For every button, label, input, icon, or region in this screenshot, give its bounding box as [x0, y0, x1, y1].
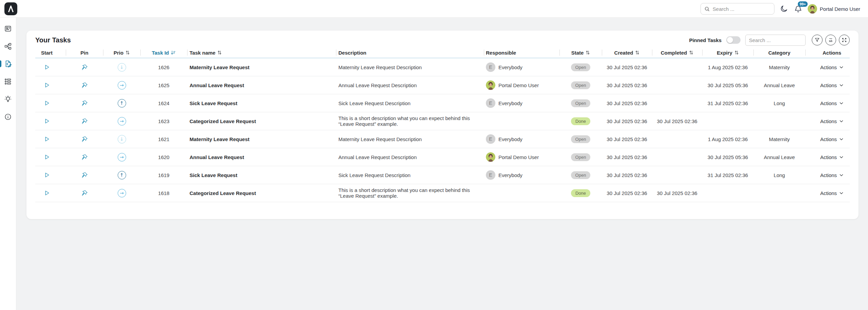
task-search-input[interactable]: [749, 37, 802, 43]
actions-button[interactable]: Actions: [820, 118, 844, 124]
task-id-cell: 1625: [140, 76, 187, 94]
expiry-cell: 31 Jul 2025 02:36: [702, 94, 753, 112]
task-id-cell: 1623: [140, 112, 187, 130]
task-description-cell: Maternity Leave Request Description: [336, 58, 484, 76]
start-task-button[interactable]: [43, 171, 51, 179]
sort-icon: [125, 50, 130, 55]
column-header-task_id[interactable]: Task Id: [140, 47, 187, 58]
start-task-button[interactable]: [43, 99, 51, 107]
start-task-button[interactable]: [43, 153, 51, 161]
task-description-cell: Sick Leave Request Description: [336, 166, 484, 184]
actions-label: Actions: [820, 172, 837, 178]
start-cell: [35, 148, 66, 166]
state-badge: Open: [571, 63, 591, 71]
group-avatar: E: [486, 170, 495, 180]
table-body: ↓1626Maternity Leave RequestMaternity Le…: [35, 58, 850, 202]
actions-button[interactable]: Actions: [820, 190, 844, 196]
column-header-created[interactable]: Created: [602, 47, 652, 58]
start-cell: [35, 184, 66, 202]
responsible-cell: Portal Demo User: [484, 76, 559, 94]
table-row[interactable]: ↑1619Sick Leave RequestSick Leave Reques…: [35, 166, 850, 184]
sidebar-item-dashboard[interactable]: [0, 22, 16, 35]
task-search[interactable]: [745, 35, 806, 46]
pin-task-button[interactable]: [81, 172, 88, 179]
global-search-input[interactable]: [713, 6, 771, 12]
column-header-completed[interactable]: Completed: [652, 47, 702, 58]
state-cell: Open: [559, 130, 602, 148]
actions-button[interactable]: Actions: [820, 64, 844, 70]
sidebar-item-tasks[interactable]: [0, 58, 16, 70]
sidebar-item-about[interactable]: [0, 111, 16, 123]
table-row[interactable]: →1618Categorized Leave RequestThis is a …: [35, 184, 850, 202]
start-task-button[interactable]: [43, 135, 51, 143]
start-task-button[interactable]: [43, 63, 51, 71]
notifications-button[interactable]: 99+: [793, 4, 803, 14]
actions-button[interactable]: Actions: [820, 100, 844, 106]
responsible-cell: EEverybody: [484, 130, 559, 148]
table-row[interactable]: →1625Annual Leave RequestAnnual Leave Re…: [35, 76, 850, 94]
pin-task-button[interactable]: [81, 82, 88, 89]
start-cell: [35, 130, 66, 148]
category-cell: [753, 184, 805, 202]
column-header-expiry[interactable]: Expiry: [702, 47, 753, 58]
actions-cell: Actions: [805, 76, 850, 94]
expiry-cell: [702, 112, 753, 130]
responsible-cell: [484, 184, 559, 202]
created-cell: 30 Jul 2025 02:36: [602, 58, 652, 76]
created-cell: 30 Jul 2025 02:36: [602, 166, 652, 184]
responsible-name: Everybody: [498, 136, 522, 142]
table-row[interactable]: ↓1626Maternity Leave RequestMaternity Le…: [35, 58, 850, 76]
pin-task-button[interactable]: [81, 64, 88, 71]
user-menu[interactable]: Portal Demo User: [808, 4, 860, 14]
state-cell: Done: [559, 184, 602, 202]
column-header-category: Category: [753, 47, 805, 58]
sidebar-item-processes[interactable]: [0, 40, 16, 52]
pin-task-button[interactable]: [81, 136, 88, 143]
category-cell: Annual Leave: [753, 76, 805, 94]
column-header-prio[interactable]: Prio: [103, 47, 140, 58]
axon-ivy-logo[interactable]: [4, 2, 17, 15]
pin-task-button[interactable]: [81, 100, 88, 107]
expand-button[interactable]: [839, 35, 850, 45]
pinned-tasks-toggle[interactable]: [726, 36, 741, 44]
state-cell: Open: [559, 58, 602, 76]
column-header-name[interactable]: Task name: [187, 47, 336, 58]
table-row[interactable]: ↑1624Sick Leave RequestSick Leave Reques…: [35, 94, 850, 112]
pin-task-button[interactable]: [81, 190, 88, 197]
actions-button[interactable]: Actions: [820, 172, 844, 178]
table-row[interactable]: →1620Annual Leave RequestAnnual Leave Re…: [35, 148, 850, 166]
sidebar-item-examples[interactable]: [0, 93, 16, 105]
completed-cell: 30 Jul 2025 02:36: [652, 184, 702, 202]
task-name-cell: Annual Leave Request: [187, 148, 336, 166]
analysis-button[interactable]: [825, 35, 836, 45]
column-header-state[interactable]: State: [559, 47, 602, 58]
dark-mode-toggle[interactable]: [779, 4, 789, 14]
priority-normal-icon: →: [118, 153, 126, 161]
category-cell: Annual Leave: [753, 148, 805, 166]
state-cell: Done: [559, 112, 602, 130]
column-header-start: Start: [35, 47, 66, 58]
group-avatar: E: [486, 62, 495, 72]
sort-icon: [689, 50, 693, 55]
actions-button[interactable]: Actions: [820, 136, 844, 142]
prio-cell: ↓: [103, 58, 140, 76]
table-row[interactable]: ↓1621Maternity Leave RequestMaternity Le…: [35, 130, 850, 148]
pin-task-button[interactable]: [81, 118, 88, 125]
start-task-button[interactable]: [43, 117, 51, 125]
actions-label: Actions: [820, 154, 837, 160]
responsible-cell: EEverybody: [484, 58, 559, 76]
table-row[interactable]: →1623Categorized Leave RequestThis is a …: [35, 112, 850, 130]
expiry-cell: [702, 184, 753, 202]
pin-cell: [66, 148, 103, 166]
actions-button[interactable]: Actions: [820, 82, 844, 88]
created-cell: 30 Jul 2025 02:36: [602, 112, 652, 130]
sidebar-item-cases[interactable]: [0, 75, 16, 88]
pin-task-button[interactable]: [81, 154, 88, 161]
start-task-button[interactable]: [43, 81, 51, 89]
start-task-button[interactable]: [43, 189, 51, 197]
actions-button[interactable]: Actions: [820, 154, 844, 160]
global-search[interactable]: [701, 3, 774, 15]
task-name-cell: Maternity Leave Request: [187, 130, 336, 148]
filter-button[interactable]: [812, 35, 823, 45]
sort-icon: [217, 50, 222, 55]
